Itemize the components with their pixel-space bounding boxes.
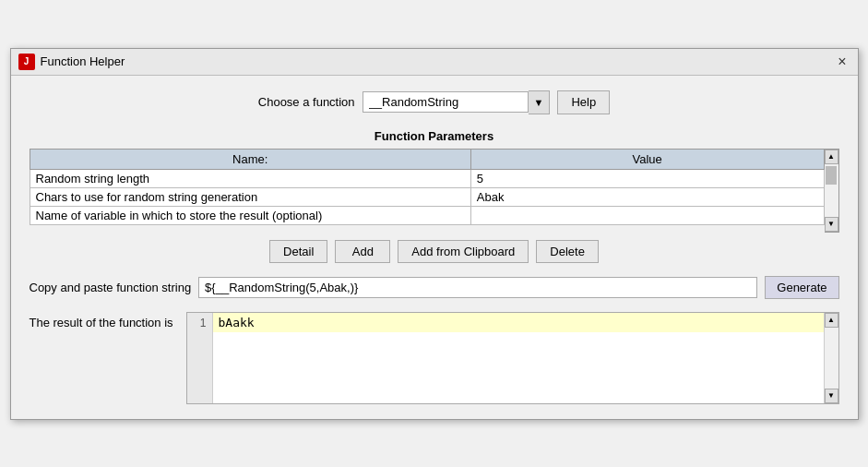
result-area-wrapper: 1 bAakk ▲ ▼	[186, 312, 839, 404]
scroll-thumb[interactable]	[826, 166, 837, 185]
result-row: The result of the function is 1 bAakk ▲ …	[30, 312, 839, 404]
generate-button[interactable]: Generate	[765, 276, 838, 299]
section-title: Function Parameters	[30, 129, 839, 143]
add-from-clipboard-button[interactable]: Add from Clipboard	[398, 240, 529, 263]
close-button[interactable]: ×	[834, 54, 850, 69]
value-header: Value	[470, 149, 824, 169]
params-table: Name: Value Random string length 5 Chars…	[30, 149, 825, 225]
param-value-2	[470, 206, 824, 224]
action-buttons-row: Detail Add Add from Clipboard Delete	[30, 240, 839, 263]
name-header: Name:	[30, 149, 470, 169]
params-table-wrapper: Name: Value Random string length 5 Chars…	[30, 149, 825, 233]
result-label: The result of the function is	[30, 312, 177, 329]
param-value-1: Abak	[470, 187, 824, 206]
result-scroll-up[interactable]: ▲	[825, 313, 838, 328]
table-row[interactable]: Chars to use for random string generatio…	[30, 187, 824, 206]
function-string-input[interactable]: ${__RandomString(5,Abak,)}	[198, 277, 757, 298]
content-area: Choose a function __RandomString ▼ Help …	[11, 76, 858, 419]
function-select-input[interactable]: __RandomString	[363, 91, 529, 113]
param-name-1: Chars to use for random string generatio…	[30, 187, 470, 206]
scroll-up-arrow[interactable]: ▲	[825, 150, 838, 164]
choose-function-label: Choose a function	[258, 95, 355, 109]
result-scroll-track	[825, 328, 838, 389]
line-number: 1	[193, 317, 207, 329]
app-icon: J	[18, 54, 35, 70]
result-scroll-down[interactable]: ▼	[825, 389, 838, 403]
scroll-down-arrow[interactable]: ▼	[825, 217, 838, 232]
param-name-0: Random string length	[30, 169, 470, 187]
result-scrollbar[interactable]: ▲ ▼	[824, 313, 838, 403]
table-row[interactable]: Random string length 5	[30, 169, 824, 187]
main-window: J Function Helper × Choose a function __…	[10, 48, 859, 420]
function-string-label: Copy and paste function string	[30, 281, 192, 294]
result-line-numbers: 1	[187, 313, 213, 403]
function-select-wrapper: __RandomString ▼	[363, 90, 551, 114]
result-content: bAakk	[213, 313, 824, 403]
param-name-2: Name of variable in which to store the r…	[30, 206, 470, 224]
function-dropdown-arrow[interactable]: ▼	[529, 90, 551, 114]
detail-button[interactable]: Detail	[269, 240, 327, 263]
delete-button[interactable]: Delete	[536, 240, 599, 263]
param-value-0: 5	[470, 169, 824, 187]
title-bar-left: J Function Helper	[18, 54, 125, 70]
help-button[interactable]: Help	[557, 90, 610, 114]
add-button[interactable]: Add	[335, 240, 390, 263]
result-value: bAakk	[213, 313, 824, 332]
window-title: Function Helper	[41, 54, 125, 68]
table-row[interactable]: Name of variable in which to store the r…	[30, 206, 824, 224]
params-table-container: Name: Value Random string length 5 Chars…	[30, 149, 839, 233]
function-string-row: Copy and paste function string ${__Rando…	[30, 276, 839, 299]
choose-function-row: Choose a function __RandomString ▼ Help	[30, 90, 839, 114]
title-bar: J Function Helper ×	[11, 49, 858, 76]
params-scrollbar[interactable]: ▲ ▼	[825, 149, 839, 233]
